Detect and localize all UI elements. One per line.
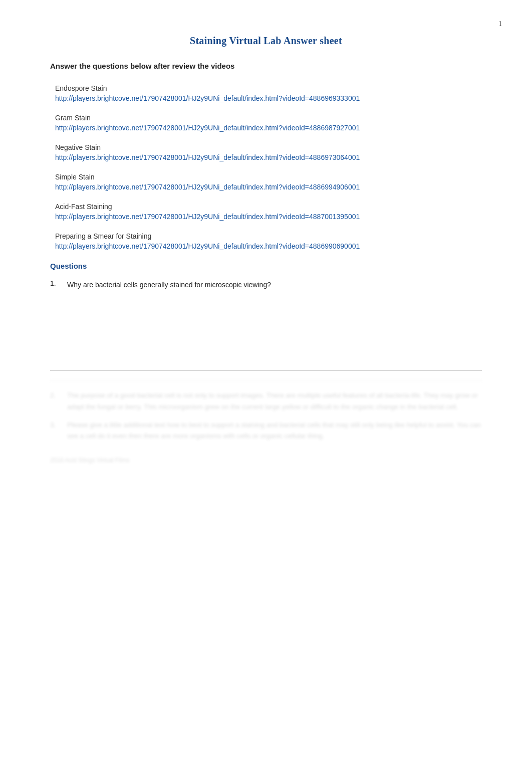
stain-label-gram: Gram Stain — [55, 114, 482, 122]
stain-smear: Preparing a Smear for Staining http://pl… — [55, 232, 482, 252]
stain-endospore: Endospore Stain http://players.brightcov… — [55, 84, 482, 104]
stain-link-smear[interactable]: http://players.brightcove.net/1790742800… — [55, 241, 482, 252]
question-1-text: Why are bacterial cells generally staine… — [67, 279, 271, 290]
stain-link-gram[interactable]: http://players.brightcove.net/1790742800… — [55, 123, 482, 133]
page-title: Staining Virtual Lab Answer sheet — [50, 35, 482, 47]
page-subtitle: Answer the questions below after review … — [50, 62, 482, 70]
stain-link-acidfast[interactable]: http://players.brightcove.net/1790742800… — [55, 212, 482, 222]
section-divider — [50, 380, 482, 381]
blurred-content: 2. The purpose of a good bacterial cell … — [50, 380, 482, 464]
stain-label-simple: Simple Stain — [55, 173, 482, 181]
stain-simple: Simple Stain http://players.brightcove.n… — [55, 173, 482, 192]
blurred-footer: 2016 Acid Stings Virtual Films — [50, 457, 482, 464]
blurred-question-2: 2. The purpose of a good bacterial cell … — [50, 390, 482, 413]
question-1: 1. Why are bacterial cells generally sta… — [50, 279, 482, 370]
stain-acidfast: Acid-Fast Staining http://players.bright… — [55, 203, 482, 222]
blurred-question-3: 3. Please give a little additional text … — [50, 420, 482, 442]
stain-label-smear: Preparing a Smear for Staining — [55, 232, 482, 240]
page-container: 1 Staining Virtual Lab Answer sheet Answ… — [0, 0, 532, 780]
stain-link-endospore[interactable]: http://players.brightcove.net/1790742800… — [55, 93, 482, 104]
page-number: 1 — [498, 20, 502, 28]
stain-label-negative: Negative Stain — [55, 143, 482, 151]
question-1-number: 1. — [50, 279, 64, 287]
stain-label-acidfast: Acid-Fast Staining — [55, 203, 482, 211]
stain-link-negative[interactable]: http://players.brightcove.net/1790742800… — [55, 152, 482, 163]
stain-negative: Negative Stain http://players.brightcove… — [55, 143, 482, 163]
stain-label-endospore: Endospore Stain — [55, 84, 482, 92]
stain-link-simple[interactable]: http://players.brightcove.net/1790742800… — [55, 182, 482, 192]
questions-section-title: Questions — [50, 262, 482, 270]
stain-gram: Gram Stain http://players.brightcove.net… — [55, 114, 482, 133]
question-1-answer-space[interactable] — [50, 295, 482, 370]
